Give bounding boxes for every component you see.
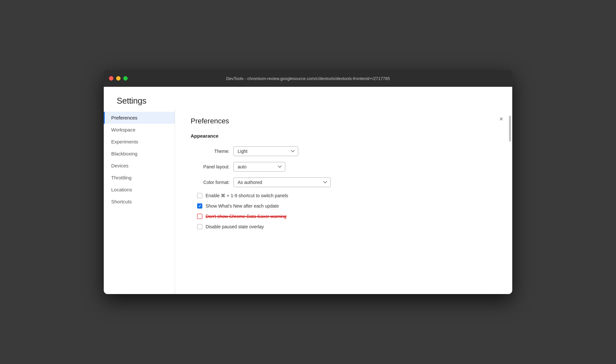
color-format-row: Color format: As authored HEX RGB HSL xyxy=(191,177,497,187)
mac-window: DevTools - chromium-review.googlesource.… xyxy=(104,70,512,294)
fullscreen-traffic-light[interactable] xyxy=(123,76,128,81)
sidebar-label-shortcuts: Shortcuts xyxy=(111,199,132,204)
sidebar-item-locations[interactable]: Locations xyxy=(104,184,175,196)
sidebar-label-experiments: Experiments xyxy=(111,139,138,144)
whats-new-checkbox[interactable] xyxy=(197,203,202,209)
appearance-section-title: Appearance xyxy=(191,133,497,140)
sidebar-label-workspace: Workspace xyxy=(111,127,136,132)
sidebar-label-blackboxing: Blackboxing xyxy=(111,151,137,156)
page-title: Preferences xyxy=(191,117,497,125)
sidebar: Preferences Workspace Experiments Blackb… xyxy=(104,109,175,294)
theme-select[interactable]: Light Dark System preference xyxy=(233,146,298,156)
sidebar-item-preferences[interactable]: Preferences xyxy=(104,112,175,124)
whats-new-label: Show What's New after each update xyxy=(206,203,279,209)
scrollbar-thumb[interactable] xyxy=(509,116,511,142)
window-title: DevTools - chromium-review.googlesource.… xyxy=(226,76,390,81)
sidebar-item-devices[interactable]: Devices xyxy=(104,160,175,172)
settings-title: Settings xyxy=(117,96,499,106)
sidebar-label-locations: Locations xyxy=(111,187,132,192)
close-traffic-light[interactable] xyxy=(109,76,113,81)
sidebar-item-shortcuts[interactable]: Shortcuts xyxy=(104,196,175,208)
panel-layout-select[interactable]: auto horizontal vertical xyxy=(233,162,285,172)
theme-label: Theme: xyxy=(191,149,230,154)
minimize-traffic-light[interactable] xyxy=(116,76,121,81)
sidebar-item-blackboxing[interactable]: Blackboxing xyxy=(104,148,175,160)
disable-paused-row: Disable paused state overlay xyxy=(191,224,497,229)
color-format-select[interactable]: As authored HEX RGB HSL xyxy=(233,177,331,187)
appearance-section: Appearance Theme: Light Dark System pref… xyxy=(191,133,497,229)
whats-new-row: Show What's New after each update xyxy=(191,203,497,209)
theme-row: Theme: Light Dark System preference xyxy=(191,146,497,156)
sidebar-item-workspace[interactable]: Workspace xyxy=(104,124,175,136)
switch-panels-label: Enable ⌘ + 1-9 shortcut to switch panels xyxy=(206,193,288,198)
sidebar-item-throttling[interactable]: Throttling xyxy=(104,172,175,184)
panel-layout-label: Panel layout: xyxy=(191,164,230,169)
sidebar-label-devices: Devices xyxy=(111,163,128,168)
disable-paused-label: Disable paused state overlay xyxy=(206,224,264,229)
settings-body: Preferences Workspace Experiments Blackb… xyxy=(104,109,512,294)
data-saver-label: Don't show Chrome Data Saver warning xyxy=(206,214,286,219)
switch-panels-row: Enable ⌘ + 1-9 shortcut to switch panels xyxy=(191,193,497,198)
sidebar-label-preferences: Preferences xyxy=(111,115,137,120)
sidebar-label-throttling: Throttling xyxy=(111,175,132,180)
close-button[interactable]: × xyxy=(497,114,506,123)
color-format-label: Color format: xyxy=(191,180,230,185)
panel-layout-row: Panel layout: auto horizontal vertical xyxy=(191,162,497,172)
sidebar-item-experiments[interactable]: Experiments xyxy=(104,136,175,148)
main-content: × Preferences Appearance Theme: Light Da… xyxy=(175,109,512,294)
traffic-lights xyxy=(109,76,128,81)
data-saver-checkbox[interactable] xyxy=(197,214,202,219)
scrollbar-track xyxy=(508,109,511,294)
settings-header: Settings xyxy=(104,87,512,109)
window-content: Settings Preferences Workspace Experimen… xyxy=(104,87,512,294)
data-saver-row: Don't show Chrome Data Saver warning xyxy=(191,214,497,219)
disable-paused-checkbox[interactable] xyxy=(197,224,202,229)
title-bar: DevTools - chromium-review.googlesource.… xyxy=(104,70,512,87)
switch-panels-checkbox[interactable] xyxy=(197,193,202,198)
